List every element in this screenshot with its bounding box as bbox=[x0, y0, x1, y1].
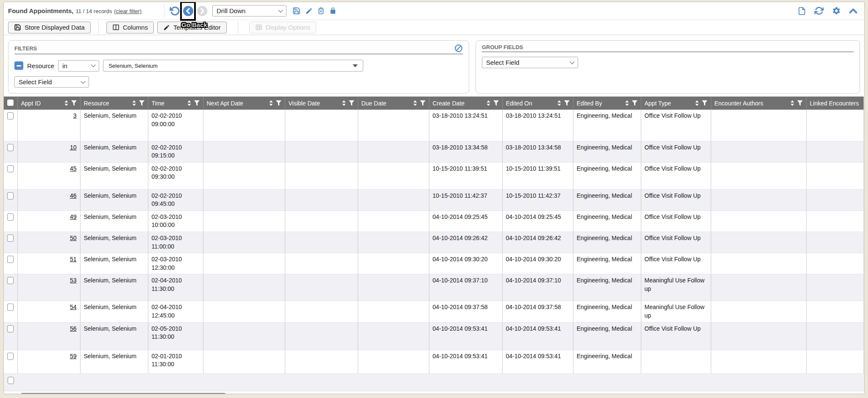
table-cell: Engineering, Medical bbox=[573, 141, 641, 162]
row-checkbox[interactable] bbox=[7, 192, 14, 199]
column-label: Appt Type bbox=[645, 100, 692, 107]
row-checkbox[interactable] bbox=[7, 304, 14, 311]
table-cell bbox=[358, 322, 429, 350]
footer-row-checkbox[interactable] bbox=[8, 377, 14, 384]
appt-id-link[interactable]: 3 bbox=[73, 112, 77, 119]
table-cell bbox=[711, 141, 806, 162]
collapse-chevron-icon[interactable] bbox=[849, 8, 857, 14]
row-checkbox[interactable] bbox=[7, 353, 14, 360]
sort-icon[interactable] bbox=[342, 100, 346, 106]
active-filter-row: Resource in Selenium, Selenium bbox=[14, 60, 463, 72]
display-options-button[interactable]: Display Options bbox=[249, 22, 316, 33]
table-cell bbox=[203, 350, 285, 373]
column-header[interactable]: Appt Type bbox=[641, 97, 711, 110]
select-all-checkbox[interactable] bbox=[7, 100, 14, 106]
scroll-left-icon[interactable] bbox=[7, 393, 11, 394]
column-header[interactable]: Due Date bbox=[358, 97, 429, 110]
sort-icon[interactable] bbox=[64, 100, 68, 106]
scrollbar-thumb[interactable] bbox=[20, 393, 227, 394]
filter-funnel-icon[interactable] bbox=[276, 100, 281, 106]
sort-icon[interactable] bbox=[625, 100, 629, 106]
horizontal-scrollbar[interactable] bbox=[4, 391, 864, 394]
table-cell: 02-02-2010 09:30:00 bbox=[148, 162, 203, 189]
appt-id-link[interactable]: 56 bbox=[70, 325, 77, 332]
table-cell bbox=[285, 322, 358, 350]
undo-icon[interactable] bbox=[170, 6, 180, 16]
history-select[interactable]: Drill Down bbox=[212, 5, 287, 17]
row-checkbox[interactable] bbox=[7, 277, 14, 284]
filter-funnel-icon[interactable] bbox=[797, 100, 803, 106]
table-cell: Selenium, Selenium bbox=[80, 301, 148, 322]
filter-funnel-icon[interactable] bbox=[139, 100, 145, 106]
filter-value-select[interactable]: Selenium, Selenium bbox=[103, 60, 363, 72]
appt-id-link[interactable]: 53 bbox=[70, 277, 77, 284]
filter-funnel-icon[interactable] bbox=[71, 100, 77, 106]
sort-icon[interactable] bbox=[413, 100, 417, 106]
table-cell: 54 bbox=[17, 301, 80, 322]
row-checkbox[interactable] bbox=[7, 144, 14, 151]
appt-id-link[interactable]: 54 bbox=[70, 304, 77, 310]
go-back-wrap: Go Back bbox=[183, 6, 194, 17]
go-back-icon[interactable] bbox=[183, 6, 194, 17]
sort-icon[interactable] bbox=[487, 100, 490, 106]
add-filter-field-select[interactable]: Select Field bbox=[14, 76, 89, 88]
column-header[interactable]: Create Date bbox=[429, 97, 502, 110]
filter-operator-select[interactable]: in bbox=[58, 60, 99, 72]
delete-icon[interactable] bbox=[317, 7, 325, 15]
column-header[interactable]: Edited On bbox=[502, 97, 573, 110]
save-icon[interactable] bbox=[292, 7, 300, 15]
scroll-right-icon[interactable] bbox=[857, 393, 861, 394]
appt-id-link[interactable]: 45 bbox=[70, 165, 77, 172]
appt-id-link[interactable]: 59 bbox=[70, 353, 77, 359]
appt-id-link[interactable]: 51 bbox=[70, 256, 77, 263]
row-checkbox[interactable] bbox=[7, 325, 14, 332]
filter-funnel-icon[interactable] bbox=[632, 100, 637, 106]
filter-value-text: Selenium, Selenium bbox=[108, 63, 158, 69]
sort-icon[interactable] bbox=[269, 100, 273, 106]
sort-icon[interactable] bbox=[790, 100, 794, 106]
sort-icon[interactable] bbox=[187, 100, 191, 106]
appt-id-link[interactable]: 10 bbox=[70, 144, 77, 151]
settings-gear-icon[interactable] bbox=[832, 6, 841, 15]
go-back-tooltip: Go Back bbox=[181, 21, 207, 28]
go-forward-icon[interactable] bbox=[197, 6, 208, 17]
row-checkbox[interactable] bbox=[7, 213, 14, 221]
column-header[interactable]: Appt ID bbox=[17, 97, 80, 110]
new-document-icon[interactable] bbox=[798, 6, 806, 16]
filter-funnel-icon[interactable] bbox=[420, 100, 426, 106]
store-displayed-data-button[interactable]: Store Displayed Data bbox=[8, 22, 91, 33]
column-header[interactable]: Visible Date bbox=[285, 97, 358, 110]
block-icon[interactable] bbox=[454, 44, 463, 53]
column-header[interactable]: Resource bbox=[80, 97, 148, 110]
sort-icon[interactable] bbox=[132, 100, 136, 106]
appt-id-link[interactable]: 49 bbox=[70, 213, 77, 220]
sort-icon[interactable] bbox=[695, 100, 699, 106]
filter-funnel-icon[interactable] bbox=[349, 100, 354, 106]
column-header[interactable]: Encounter Authors bbox=[711, 97, 806, 110]
clear-filter-link[interactable]: (clear filter) bbox=[114, 8, 142, 14]
row-checkbox[interactable] bbox=[7, 235, 14, 242]
lock-icon[interactable] bbox=[329, 7, 337, 15]
row-checkbox[interactable] bbox=[7, 256, 14, 263]
row-checkbox[interactable] bbox=[7, 112, 14, 119]
appt-id-link[interactable]: 46 bbox=[70, 192, 77, 199]
appt-id-link[interactable]: 50 bbox=[70, 235, 77, 241]
table-cell: 02-05-2010 11:30:00 bbox=[148, 322, 203, 350]
refresh-icon[interactable] bbox=[814, 6, 824, 15]
table-cell: 04-10-2014 09:25:45 bbox=[429, 210, 502, 232]
group-field-select[interactable]: Select Field bbox=[482, 57, 578, 68]
filter-funnel-icon[interactable] bbox=[194, 100, 200, 106]
column-header[interactable]: Edited By bbox=[573, 97, 641, 110]
columns-button[interactable]: Columns bbox=[106, 22, 154, 33]
filter-funnel-icon[interactable] bbox=[702, 100, 707, 106]
column-header[interactable]: Next Apt Date bbox=[203, 97, 285, 110]
column-header[interactable]: Time bbox=[148, 97, 203, 110]
filter-funnel-icon[interactable] bbox=[493, 100, 499, 106]
table-row: 54Selenium, Selenium02-04-2010 12:45:000… bbox=[4, 301, 863, 322]
column-header[interactable]: Linked Encounters bbox=[806, 97, 863, 110]
filter-funnel-icon[interactable] bbox=[564, 100, 570, 106]
remove-filter-icon[interactable] bbox=[14, 61, 23, 70]
sort-icon[interactable] bbox=[557, 100, 561, 106]
edit-icon[interactable] bbox=[305, 7, 313, 15]
row-checkbox[interactable] bbox=[7, 165, 14, 172]
